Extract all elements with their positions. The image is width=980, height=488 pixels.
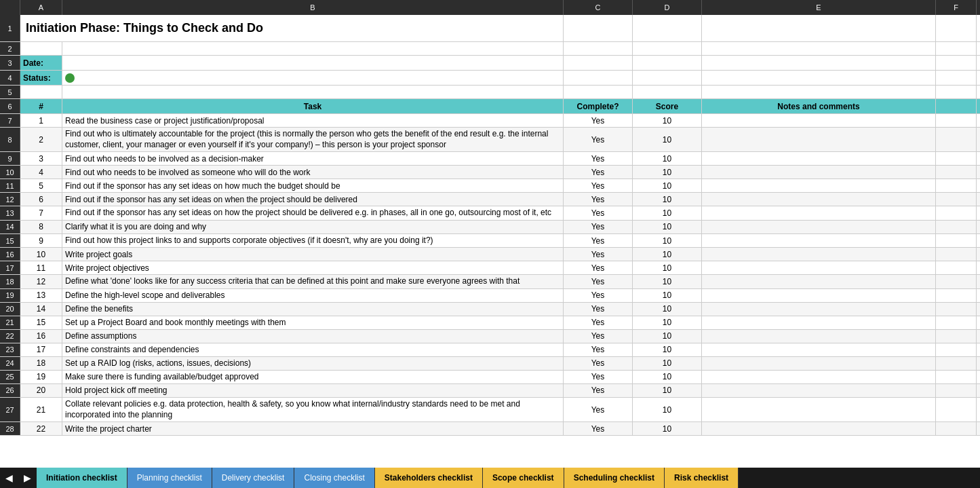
complete-cell: Yes xyxy=(564,289,633,302)
row-num: 24 xyxy=(0,357,20,370)
score-cell: 10 xyxy=(633,234,702,248)
table-row: 7 1 Read the business case or project ju… xyxy=(0,114,980,128)
task-number: 8 xyxy=(20,221,62,233)
col-G-cell xyxy=(977,316,980,329)
complete-cell: Yes xyxy=(564,330,633,343)
task-number: 4 xyxy=(20,166,62,179)
notes-cell xyxy=(702,330,936,343)
task-cell: Define the high-level scope and delivera… xyxy=(62,289,564,302)
col-G-cell xyxy=(977,371,980,383)
status-value-cell xyxy=(62,71,564,85)
table-row: 11 5 Find out if the sponsor has any set… xyxy=(0,179,980,193)
col-G-cell xyxy=(977,193,980,206)
notes-cell xyxy=(702,221,936,233)
row2-E xyxy=(702,42,936,55)
date-input-cell[interactable] xyxy=(62,56,564,70)
row4-G xyxy=(977,71,980,85)
task-cell: Write project objectives xyxy=(62,261,564,274)
complete-cell: Yes xyxy=(564,398,633,421)
sheet-tab-2[interactable]: Delivery checklist xyxy=(212,468,295,488)
row2-A xyxy=(20,42,62,55)
sheet-tab-4[interactable]: Stakeholders checklist xyxy=(375,468,483,488)
complete-cell: Yes xyxy=(564,316,633,329)
row-num: 9 xyxy=(0,152,20,165)
row2-G xyxy=(977,42,980,55)
tab-left-arrow[interactable]: ◀ xyxy=(0,472,18,483)
col-G-cell xyxy=(977,179,980,192)
task-cell: Find out if the sponsor has any set idea… xyxy=(62,193,564,206)
notes-cell xyxy=(702,289,936,302)
sheet-tab-1[interactable]: Planning checklist xyxy=(128,468,212,488)
notes-cell xyxy=(702,179,936,192)
col-G-cell xyxy=(977,343,980,356)
col-F-cell xyxy=(936,316,977,329)
row3-D xyxy=(633,56,702,70)
col-F-cell xyxy=(936,289,977,302)
task-number: 6 xyxy=(20,193,62,206)
table-row: 10 4 Find out who needs to be involved a… xyxy=(0,166,980,179)
col-F-cell xyxy=(936,114,977,127)
row4-F xyxy=(936,71,977,85)
complete-cell: Yes xyxy=(564,422,633,435)
row1-D xyxy=(633,15,702,41)
notes-cell xyxy=(702,152,936,165)
task-cell: Define the benefits xyxy=(62,303,564,316)
task-cell: Find out who is ultimately accountable f… xyxy=(62,128,564,151)
row-num: 18 xyxy=(0,275,20,288)
complete-cell: Yes xyxy=(564,275,633,288)
col-G-cell xyxy=(977,234,980,248)
table-row: 26 20 Hold project kick off meeting Yes … xyxy=(0,384,980,398)
sheet-tab-3[interactable]: Closing checklist xyxy=(294,468,374,488)
complete-cell: Yes xyxy=(564,303,633,316)
date-input[interactable] xyxy=(65,58,560,68)
row5-A xyxy=(20,86,62,98)
sheet-tab-5[interactable]: Scope checklist xyxy=(483,468,564,488)
table-row: 8 2 Find out who is ultimately accountab… xyxy=(0,128,980,152)
task-cell: Make sure there is funding available/bud… xyxy=(62,371,564,383)
score-cell: 10 xyxy=(633,114,702,127)
score-cell: 10 xyxy=(633,248,702,261)
task-cell: Find out who needs to be involved as som… xyxy=(62,166,564,179)
sheet-tab-6[interactable]: Scheduling checklist xyxy=(564,468,665,488)
col-F-cell xyxy=(936,166,977,179)
col-F-cell xyxy=(936,330,977,343)
task-number: 13 xyxy=(20,289,62,302)
col-G-cell xyxy=(977,303,980,316)
score-cell: 10 xyxy=(633,384,702,397)
spreadsheet-title: Initiation Phase: Things to Check and Do xyxy=(20,15,564,41)
col-G-cell xyxy=(977,384,980,397)
score-cell: 10 xyxy=(633,275,702,288)
complete-cell: Yes xyxy=(564,114,633,127)
sheet-tab-7[interactable]: Risk checklist xyxy=(665,468,739,488)
table-row: 23 17 Define constraints and dependencie… xyxy=(0,343,980,357)
complete-cell: Yes xyxy=(564,248,633,261)
row5-F xyxy=(936,86,977,98)
notes-cell xyxy=(702,371,936,383)
row5-C xyxy=(564,86,633,98)
task-cell: Clarify what it is you are doing and why xyxy=(62,221,564,233)
task-cell: Find out if the sponsor has any set idea… xyxy=(62,206,564,220)
row5-D xyxy=(633,86,702,98)
header-notes: Notes and comments xyxy=(702,99,936,113)
complete-cell: Yes xyxy=(564,234,633,248)
notes-cell xyxy=(702,303,936,316)
task-number: 19 xyxy=(20,371,62,383)
spreadsheet: A B C D E F G 1 Initiation Phase: Things… xyxy=(0,0,980,488)
col-F-cell xyxy=(936,193,977,206)
row5-G xyxy=(977,86,980,98)
notes-cell xyxy=(702,398,936,421)
col-F-cell xyxy=(936,179,977,192)
row-num: 25 xyxy=(0,371,20,383)
corner-cell xyxy=(0,0,20,15)
sheet-tab-0[interactable]: Initiation checklist xyxy=(37,468,128,488)
task-number: 5 xyxy=(20,179,62,192)
tab-right-arrow[interactable]: ▶ xyxy=(18,472,37,483)
score-cell: 10 xyxy=(633,128,702,151)
score-cell: 10 xyxy=(633,330,702,343)
complete-cell: Yes xyxy=(564,179,633,192)
row-num: 8 xyxy=(0,128,20,151)
col-F-cell xyxy=(936,422,977,435)
notes-cell xyxy=(702,275,936,288)
table-row: 25 19 Make sure there is funding availab… xyxy=(0,371,980,384)
score-cell: 10 xyxy=(633,206,702,220)
